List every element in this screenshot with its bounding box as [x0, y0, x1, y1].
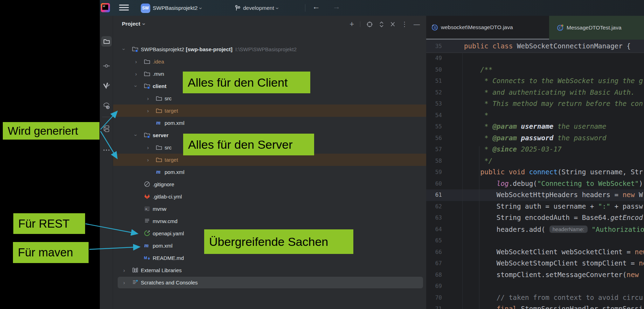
chevron-collapsed-icon[interactable]: ›: [135, 55, 137, 68]
tree-item--gitignore[interactable]: .gitignore: [113, 178, 426, 190]
code-line-69[interactable]: 69: [426, 281, 644, 292]
code-line-57[interactable]: 57 * @since 2025-03-17: [426, 144, 644, 155]
code-line-67[interactable]: 67 WebSocketStompClient stompClient = ne…: [426, 258, 644, 269]
code-token: *: [464, 122, 492, 130]
line-number: 64: [426, 224, 442, 235]
code-line-54[interactable]: 54 *: [426, 110, 644, 121]
note-alles-client: Alles für den Client: [183, 72, 310, 93]
code-token: *: [464, 111, 489, 119]
ignore-icon: [144, 181, 151, 188]
navigate-back-button[interactable]: ←: [312, 2, 320, 11]
tree-item--idea[interactable]: ›.idea: [113, 55, 426, 68]
code-line-51[interactable]: 51 * Connects to the WebSocket using the…: [426, 75, 644, 87]
tree-item-swpbasisprojekt2[interactable]: ›SWPBasisprojekt2 [swp-base-project] I:\…: [113, 43, 426, 55]
code-line-64[interactable]: 64 headers.add( headerName: "Authorizati…: [426, 224, 644, 235]
note-fuer-rest: Für REST: [13, 213, 85, 234]
tree-item-label: mvnw.cmd: [153, 215, 178, 227]
git-branch-widget[interactable]: development ›: [235, 3, 278, 13]
code-line-63[interactable]: 63 String encodedAuth = Base64.getEncod: [426, 212, 644, 224]
line-number: 66: [426, 247, 442, 258]
chevron-expanded-icon[interactable]: ›: [118, 48, 130, 50]
folder-icon: [144, 58, 151, 65]
code-line-62[interactable]: 62 String auth = username + ":" + passw: [426, 201, 644, 213]
tree-item--gitlab-ci-yml[interactable]: .gitlab-ci.yml: [113, 190, 426, 203]
add-icon[interactable]: +: [349, 20, 354, 28]
chevron-collapsed-icon[interactable]: ›: [147, 105, 149, 117]
chevron-collapsed-icon[interactable]: ›: [135, 68, 137, 80]
code-token: WebSocketConnectionManager {: [517, 42, 631, 50]
code-token: ":": [598, 202, 610, 210]
sticky-line[interactable]: 35public class WebSocketConnectionManage…: [426, 40, 644, 53]
chevron-collapsed-icon[interactable]: ›: [147, 141, 149, 154]
chevron-collapsed-icon[interactable]: ›: [147, 154, 149, 166]
code-line-59[interactable]: 59 public void connect(String username, …: [426, 167, 644, 178]
project-view-selector[interactable]: Project ›: [122, 21, 145, 27]
code-token: [464, 180, 497, 188]
more-tools-icon[interactable]: [101, 145, 112, 155]
code-text: *: [464, 110, 489, 121]
code-line-50[interactable]: 50 /**: [426, 64, 644, 76]
tree-item-target[interactable]: ›target: [113, 154, 426, 166]
code-line-58[interactable]: 58 */: [426, 155, 644, 167]
tree-item-external-libraries[interactable]: ›External Libraries: [113, 264, 426, 276]
line-number: 61: [426, 189, 442, 201]
svg-text:M: M: [144, 256, 147, 260]
project-widget[interactable]: SW SWPBasisprojekt2 ›: [141, 3, 202, 13]
code-token: username: [521, 122, 554, 130]
chevron-expanded-icon[interactable]: ›: [130, 134, 142, 136]
code-token: * Connects to the WebSocket using the g: [464, 77, 643, 85]
tree-item-src[interactable]: ›src: [113, 92, 426, 105]
scratch-icon: [132, 279, 139, 286]
code-token: @param: [492, 134, 517, 142]
header-separator: [360, 21, 360, 27]
module-folder-icon: [144, 132, 151, 139]
line-number: 51: [426, 75, 442, 87]
editor-tab-messagedtotest-java[interactable]: CMessageDTOTest.java: [549, 16, 644, 40]
code-token: WebSocketClient webSocketClient =: [464, 248, 635, 256]
structure-icon[interactable]: [101, 123, 112, 134]
help-squiggle-icon[interactable]: ?: [101, 101, 112, 111]
chevron-expanded-icon[interactable]: ›: [130, 85, 142, 87]
tree-item-label: .idea: [153, 55, 164, 68]
navigate-forward-button[interactable]: →: [333, 2, 340, 11]
editor-tab-websocket-messagedto-java[interactable]: Rwebsocket\MessageDTO.java: [426, 16, 549, 40]
tree-item-label: target: [165, 105, 178, 117]
expand-all-icon[interactable]: [379, 21, 384, 28]
code-line-60[interactable]: 60 log.debug("Connecting to WebSocket");: [426, 178, 644, 190]
locate-file-icon[interactable]: [366, 21, 373, 28]
code-line-52[interactable]: 52 * and authenticating with Basic Auth.: [426, 87, 644, 99]
code-line-65[interactable]: 65: [426, 235, 644, 247]
commit-icon[interactable]: [101, 61, 112, 71]
tree-item-label: pom.xml: [153, 240, 173, 252]
tree-item-pom-xml[interactable]: mpom.xml: [113, 117, 426, 129]
more-options-icon[interactable]: ⋮: [401, 21, 408, 27]
tree-item-mvnw[interactable]: >_mvnw: [113, 203, 426, 215]
code-token: * This method may return before the con: [464, 100, 643, 108]
code-line-49[interactable]: 49: [426, 53, 644, 64]
code-line-71[interactable]: 71 final StompSessionHandler stompSessi: [426, 303, 644, 309]
code-line-55[interactable]: 55 * @param username the username: [426, 121, 644, 133]
folder-icon: [155, 95, 162, 102]
code-line-56[interactable]: 56 * @param password the password: [426, 133, 644, 144]
code-line-53[interactable]: 53 * This method may return before the c…: [426, 98, 644, 110]
tree-item-target[interactable]: ›target: [113, 105, 426, 117]
tree-item-label: README.md: [153, 252, 184, 264]
code-line-70[interactable]: 70 // taken from context to avoid circu: [426, 292, 644, 304]
tree-item-pom-xml[interactable]: mpom.xml: [113, 166, 426, 178]
code-token: W: [635, 191, 643, 199]
chevron-collapsed-icon[interactable]: ›: [123, 276, 125, 289]
sticky-line-code: public class WebSocketConnectionManager …: [464, 40, 631, 53]
checks-icon[interactable]: [101, 80, 112, 91]
tree-item-scratches-and-consoles[interactable]: ›Scratches and Consoles: [113, 276, 426, 289]
hide-panel-icon[interactable]: —: [414, 21, 420, 27]
main-menu-icon[interactable]: [119, 5, 129, 11]
project-folder-icon[interactable]: [101, 36, 112, 47]
chevron-collapsed-icon[interactable]: ›: [147, 92, 149, 105]
line-number: 53: [426, 98, 442, 110]
code-line-68[interactable]: 68 stompClient.setMessageConverter(new: [426, 269, 644, 281]
chevron-collapsed-icon[interactable]: ›: [123, 264, 125, 276]
code-line-66[interactable]: 66 WebSocketClient webSocketClient = new: [426, 247, 644, 258]
tree-item-mvnw-cmd[interactable]: mvnw.cmd: [113, 215, 426, 227]
collapse-all-icon[interactable]: [390, 21, 395, 27]
code-line-61[interactable]: 61 WebSocketHttpHeaders headers = new W: [426, 189, 644, 201]
